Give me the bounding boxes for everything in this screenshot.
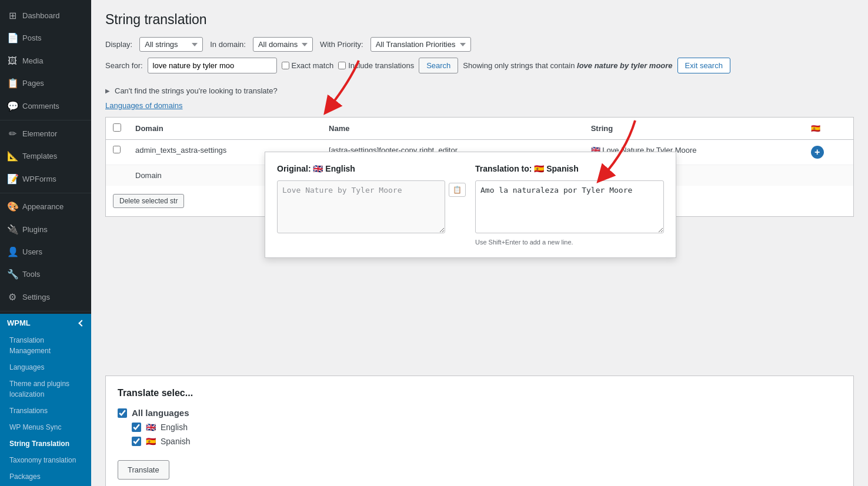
comments-icon: 💬 — [7, 100, 18, 113]
pages-icon: 📋 — [7, 77, 18, 90]
sidebar-item-posts[interactable]: 📄 Posts — [0, 27, 91, 49]
sidebar-item-wp-menus-sync[interactable]: WP Menus Sync — [0, 419, 91, 435]
sidebar-item-settings[interactable]: ⚙ Settings — [0, 286, 91, 309]
sidebar-item-dashboard[interactable]: ⊞ Dashboard — [0, 5, 91, 27]
settings-icon: ⚙ — [7, 291, 18, 304]
english-checkbox[interactable] — [132, 423, 141, 432]
wpml-collapse-arrow — [78, 320, 85, 326]
exit-search-button[interactable]: Exit search — [677, 58, 730, 73]
sidebar-item-templates[interactable]: 📐 Templates — [0, 145, 91, 167]
dashboard-icon: ⊞ — [7, 9, 18, 22]
translate-section: Translate selec... All languages 🇬🇧 Engl… — [105, 376, 854, 486]
sidebar-item-translation-management[interactable]: Translation Management — [0, 332, 91, 359]
sidebar-item-appearance[interactable]: 🎨 Appearance — [0, 196, 91, 218]
sidebar-item-pages[interactable]: 📋 Pages — [0, 72, 91, 95]
appearance-icon: 🎨 — [7, 200, 18, 213]
wpml-submenu: Translation Management Languages Theme a… — [0, 332, 91, 486]
row-checkbox[interactable] — [113, 146, 121, 153]
all-languages-option: All languages — [118, 408, 842, 418]
spanish-checkbox[interactable] — [132, 437, 141, 446]
original-header: Original: 🇬🇧 English — [277, 164, 466, 173]
exact-match-checkbox[interactable] — [282, 62, 289, 69]
display-select[interactable]: All strings Translated Untranslated — [139, 37, 203, 52]
spanish-lang-option: 🇪🇸 Spanish — [132, 437, 842, 446]
languages-of-domains-link[interactable]: Languages of domains — [105, 101, 183, 110]
translate-section-title: Translate selec... — [118, 388, 842, 398]
delete-selected-button[interactable]: Delete selected str — [113, 194, 184, 208]
red-arrow-2 — [585, 115, 644, 185]
search-row: Search for: Exact match Include translat… — [105, 58, 854, 73]
original-textarea: Love Nature by Tyler Moore — [277, 180, 445, 233]
sidebar-item-media[interactable]: 🖼 Media — [0, 50, 91, 72]
sidebar-item-translations[interactable]: Translations — [0, 403, 91, 419]
search-input[interactable] — [148, 58, 277, 73]
priority-label: With Priority: — [320, 40, 363, 49]
priority-select[interactable]: All Translation Priorities High Normal L… — [370, 37, 471, 52]
translation-textarea[interactable]: Amo la naturaleza por Tyler Moore — [475, 180, 664, 233]
sidebar-item-wpforms[interactable]: 📝 WPForms — [0, 168, 91, 190]
sidebar-item-string-translation[interactable]: String Translation — [0, 435, 91, 452]
sidebar-item-packages[interactable]: Packages — [0, 468, 91, 485]
search-label: Search for: — [105, 61, 143, 70]
domain-label: In domain: — [210, 40, 246, 49]
sidebar-item-plugins[interactable]: 🔌 Plugins — [0, 219, 91, 241]
users-icon: 👤 — [7, 246, 18, 259]
templates-icon: 📐 — [7, 150, 18, 163]
sidebar-item-wpml[interactable]: WPML — [0, 314, 91, 332]
translate-button[interactable]: Translate — [118, 460, 169, 480]
display-label: Display: — [105, 40, 132, 49]
copy-to-translation-button[interactable]: 📋 — [449, 183, 466, 197]
column-name: Name — [322, 118, 584, 140]
tools-icon: 🔧 — [7, 268, 18, 281]
column-es-flag: 🇪🇸 — [804, 118, 853, 140]
domain-select[interactable]: All domains — [253, 37, 313, 52]
filter-row: Display: All strings Translated Untransl… — [105, 37, 854, 52]
all-languages-checkbox[interactable] — [118, 408, 127, 418]
translate-plus-button[interactable]: + — [811, 146, 824, 159]
sidebar-item-comments[interactable]: 💬 Comments — [0, 95, 91, 118]
english-lang-option: 🇬🇧 English — [132, 423, 842, 432]
main-content: String translation Display: All strings … — [91, 0, 868, 486]
plugins-icon: 🔌 — [7, 223, 18, 236]
sidebar-item-users[interactable]: 👤 Users — [0, 241, 91, 263]
sidebar-item-elementor[interactable]: ✏ Elementor — [0, 123, 91, 145]
sidebar: ⊞ Dashboard 📄 Posts 🖼 Media 📋 Pages 💬 Co… — [0, 0, 91, 486]
sidebar-item-taxonomy-translation[interactable]: Taxonomy translation — [0, 452, 91, 468]
wpforms-icon: 📝 — [7, 173, 18, 186]
column-domain: Domain — [128, 118, 322, 140]
media-icon: 🖼 — [7, 55, 18, 68]
cell-translate-btn[interactable]: + — [804, 140, 853, 165]
posts-icon: 📄 — [7, 32, 18, 45]
search-button[interactable]: Search — [419, 58, 458, 73]
original-col: Original: 🇬🇧 English Love Nature by Tyle… — [277, 164, 466, 246]
collapsible-row[interactable]: ▶ Can't find the strings you're looking … — [105, 81, 854, 101]
chevron-right-icon: ▶ — [105, 88, 110, 94]
shift-hint: Use Shift+Enter to add a new line. — [475, 239, 664, 246]
select-all-checkbox[interactable] — [113, 123, 121, 132]
page-title: String translation — [105, 12, 854, 28]
elementor-icon: ✏ — [7, 128, 18, 140]
search-result-text: Showing only strings that contain love n… — [463, 61, 672, 70]
sidebar-item-theme-plugins[interactable]: Theme and plugins localization — [0, 376, 91, 403]
red-arrow-1 — [315, 52, 368, 116]
sidebar-item-tools[interactable]: 🔧 Tools — [0, 263, 91, 286]
sidebar-item-languages[interactable]: Languages — [0, 359, 91, 376]
wpml-label: WPML — [7, 319, 31, 327]
